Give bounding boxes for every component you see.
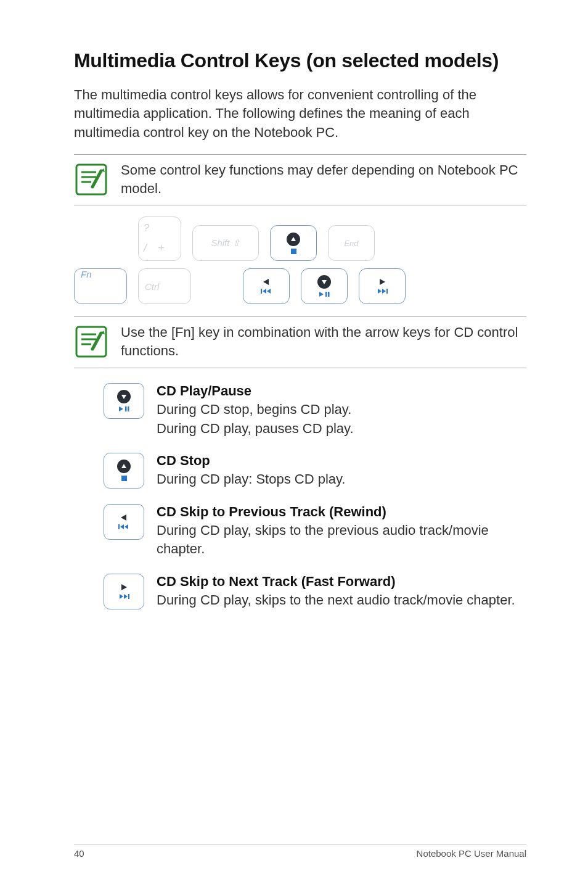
key-arrow-left-prev (243, 268, 290, 304)
func-next-title: CD Skip to Next Track (Fast Forward) (157, 574, 396, 589)
func-play-title: CD Play/Pause (157, 383, 251, 398)
page-title: Multimedia Control Keys (on selected mod… (74, 49, 526, 72)
play-pause-icon (319, 291, 330, 297)
spacer (74, 260, 127, 261)
svg-rect-0 (76, 165, 106, 194)
func-prev-text: CD Skip to Previous Track (Rewind) Durin… (157, 503, 526, 559)
key-shift-label: Shift ⇧ (211, 237, 240, 249)
svg-rect-6 (125, 406, 127, 411)
key-diagram: ? / + Shift ⇧ End Fn Ctrl (74, 217, 526, 304)
arrow-up-icon (287, 233, 300, 246)
key-arrow-up-stop (270, 225, 317, 261)
note-block-2: Use the [Fn] key in combination with the… (74, 316, 526, 368)
func-stop-line1: During CD play: Stops CD play. (157, 471, 346, 487)
note-block-1: Some control key functions may defer dep… (74, 154, 526, 205)
intro-paragraph: The multimedia control keys allows for c… (74, 86, 526, 142)
stop-glyph-icon (291, 249, 296, 254)
note-icon (74, 324, 108, 359)
key-row-bottom: Fn Ctrl (74, 268, 526, 304)
key-ctrl: Ctrl (138, 268, 191, 304)
svg-rect-2 (325, 292, 327, 297)
next-track-icon (377, 288, 388, 294)
page-number: 40 (74, 848, 84, 859)
key-slash-bot1: / (144, 242, 147, 255)
func-next-line1: During CD play, skips to the next audio … (157, 592, 515, 608)
svg-rect-7 (128, 406, 129, 411)
footer-label: Notebook PC User Manual (417, 848, 526, 859)
prev-track-icon (261, 288, 272, 294)
func-stop-text: CD Stop During CD play: Stops CD play. (157, 452, 346, 489)
key-shift: Shift ⇧ (192, 225, 259, 261)
key-arrow-down-play (301, 268, 348, 304)
key-slash: ? / + (138, 217, 181, 261)
svg-rect-4 (386, 289, 388, 294)
triangle-left-icon (261, 278, 271, 286)
note-text-1: Some control key functions may defer dep… (121, 161, 526, 197)
func-prev-line1: During CD play, skips to the previous au… (157, 522, 489, 556)
svg-rect-9 (128, 594, 129, 599)
func-play-text: CD Play/Pause During CD stop, begins CD … (157, 382, 354, 438)
key-ctrl-label: Ctrl (145, 281, 159, 292)
key-arrow-right-next (359, 268, 406, 304)
func-play-line1: During CD stop, begins CD play. (157, 402, 351, 417)
func-play-line2: During CD play, pauses CD play. (157, 421, 354, 436)
func-stop: CD Stop During CD play: Stops CD play. (104, 452, 526, 489)
key-end-label: End (344, 239, 358, 248)
svg-rect-8 (118, 524, 120, 529)
note-icon (74, 162, 108, 197)
key-fn: Fn (74, 268, 127, 304)
func-key-stop-icon (104, 453, 144, 489)
key-fn-label: Fn (81, 269, 92, 279)
func-next-text: CD Skip to Next Track (Fast Forward) Dur… (157, 572, 515, 610)
note-text-2: Use the [Fn] key in combination with the… (121, 323, 526, 360)
svg-rect-5 (76, 327, 106, 357)
func-stop-title: CD Stop (157, 453, 210, 468)
key-slash-top: ? (144, 223, 149, 233)
svg-rect-3 (328, 292, 330, 297)
func-prev-title: CD Skip to Previous Track (Rewind) (157, 504, 386, 519)
svg-rect-1 (261, 289, 262, 294)
key-end: End (328, 225, 375, 261)
func-next: CD Skip to Next Track (Fast Forward) Dur… (104, 572, 526, 610)
func-play-pause: CD Play/Pause During CD stop, begins CD … (104, 382, 526, 438)
key-row-top: ? / + Shift ⇧ End (74, 217, 526, 261)
key-slash-bot2: + (158, 242, 165, 255)
func-prev: CD Skip to Previous Track (Rewind) Durin… (104, 503, 526, 559)
func-key-prev-icon (104, 504, 144, 540)
page-footer: 40 Notebook PC User Manual (74, 844, 526, 859)
triangle-right-icon (377, 278, 387, 286)
arrow-down-icon (317, 275, 331, 289)
func-key-next-icon (104, 574, 144, 609)
func-key-play-icon (104, 383, 144, 419)
